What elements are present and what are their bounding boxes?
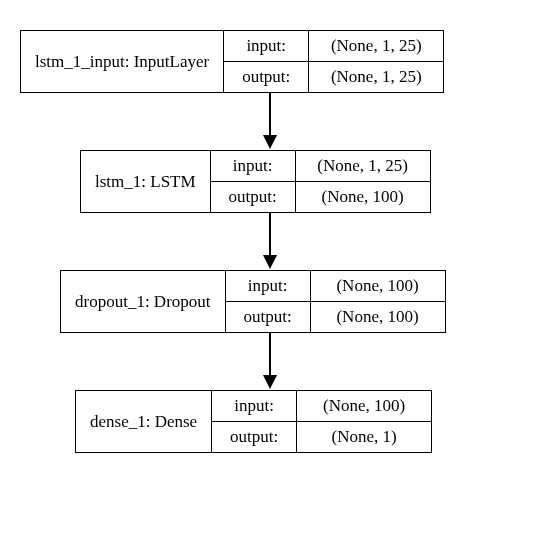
layer-name: dense_1: Dense: [76, 391, 212, 452]
io-row-input: input: (None, 100): [226, 271, 445, 301]
layer-name: lstm_1: LSTM: [81, 151, 211, 212]
io-column: input: (None, 1, 25) output: (None, 1, 2…: [224, 31, 443, 92]
io-shape: (None, 1, 25): [309, 62, 443, 92]
io-row-input: input: (None, 1, 25): [224, 31, 443, 61]
io-label: output:: [226, 302, 311, 332]
io-shape: (None, 100): [311, 302, 445, 332]
layer-name: lstm_1_input: InputLayer: [21, 31, 224, 92]
layer-name: dropout_1: Dropout: [61, 271, 226, 332]
layer-node-input: lstm_1_input: InputLayer input: (None, 1…: [20, 30, 444, 93]
io-column: input: (None, 1, 25) output: (None, 100): [211, 151, 430, 212]
io-label: output:: [211, 182, 296, 212]
arrow-icon: [260, 333, 280, 389]
io-label: input:: [211, 151, 296, 181]
model-diagram: lstm_1_input: InputLayer input: (None, 1…: [0, 0, 552, 542]
svg-marker-5: [263, 375, 277, 389]
io-label: input:: [212, 391, 297, 421]
arrow-icon: [260, 213, 280, 269]
io-row-input: input: (None, 1, 25): [211, 151, 430, 181]
io-shape: (None, 1, 25): [296, 151, 430, 181]
io-shape: (None, 100): [297, 391, 431, 421]
layer-node-dense: dense_1: Dense input: (None, 100) output…: [75, 390, 432, 453]
io-column: input: (None, 100) output: (None, 100): [226, 271, 445, 332]
io-label: input:: [224, 31, 309, 61]
io-column: input: (None, 100) output: (None, 1): [212, 391, 431, 452]
io-row-output: output: (None, 1, 25): [224, 61, 443, 92]
layer-node-dropout: dropout_1: Dropout input: (None, 100) ou…: [60, 270, 446, 333]
io-row-input: input: (None, 100): [212, 391, 431, 421]
io-row-output: output: (None, 100): [211, 181, 430, 212]
svg-marker-1: [263, 135, 277, 149]
arrow-icon: [260, 93, 280, 149]
io-row-output: output: (None, 1): [212, 421, 431, 452]
io-shape: (None, 100): [311, 271, 445, 301]
io-label: output:: [212, 422, 297, 452]
io-shape: (None, 1): [297, 422, 431, 452]
svg-marker-3: [263, 255, 277, 269]
io-shape: (None, 1, 25): [309, 31, 443, 61]
io-label: output:: [224, 62, 309, 92]
layer-node-lstm: lstm_1: LSTM input: (None, 1, 25) output…: [80, 150, 431, 213]
io-shape: (None, 100): [296, 182, 430, 212]
io-label: input:: [226, 271, 311, 301]
io-row-output: output: (None, 100): [226, 301, 445, 332]
